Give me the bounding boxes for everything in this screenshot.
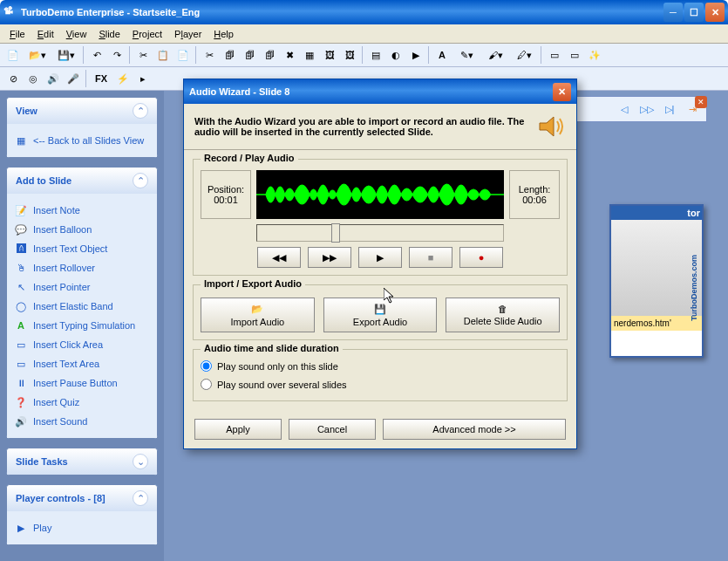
tb-fx-icon[interactable]: FX: [90, 69, 112, 88]
pause-icon: ⏸: [14, 376, 28, 390]
tb-speaker-icon[interactable]: 🔊: [44, 69, 63, 88]
tb-brush-icon[interactable]: 🖌▾: [481, 45, 509, 65]
apply-button[interactable]: Apply: [194, 419, 282, 440]
menu-view[interactable]: View: [60, 26, 93, 42]
delete-audio-button[interactable]: 🗑 Delete Slide Audio: [446, 298, 560, 332]
tb-paste-icon[interactable]: 📄: [173, 45, 193, 65]
tb-sparkle-icon[interactable]: ⚡: [113, 69, 133, 88]
menu-help[interactable]: Help: [208, 26, 240, 42]
menu-slide[interactable]: Slide: [92, 26, 126, 42]
float-close-icon[interactable]: ✕: [695, 96, 707, 108]
minimize-button[interactable]: ─: [663, 3, 683, 22]
thumb-caption: nerdemos.htm': [611, 316, 702, 331]
tb-rec-off-icon[interactable]: ⊘: [3, 69, 23, 88]
tb-dup2-icon[interactable]: 🗐: [260, 45, 279, 65]
tb-dup-icon[interactable]: 🗐: [220, 45, 239, 65]
insert-sound-link[interactable]: 🔊Insert Sound: [14, 412, 150, 431]
tb-mic-icon[interactable]: 🎤: [64, 69, 83, 88]
radio-this-slide-input[interactable]: [201, 360, 212, 372]
back-link-label: <-- Back to all Slides View: [33, 135, 144, 146]
insert-quiz-link[interactable]: ❓Insert Quiz: [14, 393, 150, 412]
tb-del-icon[interactable]: ✖: [280, 45, 299, 65]
cancel-button[interactable]: Cancel: [289, 419, 376, 440]
tb-redo-icon[interactable]: ↷: [107, 45, 126, 65]
length-value: 00:06: [522, 195, 547, 205]
dialog-titlebar[interactable]: Audio Wizard - Slide 8 ✕: [184, 79, 576, 104]
slide-thumbnail[interactable]: tor TurboDemos.com nerdemos.htm': [609, 204, 704, 358]
insert-click-area-link[interactable]: ▭Insert Click Area: [14, 335, 150, 354]
quiz-icon: ❓: [14, 395, 28, 409]
play-link[interactable]: ▶Play: [14, 518, 150, 537]
record-button[interactable]: ●: [459, 247, 503, 268]
tb-image-icon[interactable]: 🖼: [320, 45, 339, 65]
close-button[interactable]: ✕: [705, 3, 725, 22]
tb-copy-icon[interactable]: 📋: [153, 45, 173, 65]
insert-elastic-link[interactable]: ◯Insert Elastic Band: [14, 297, 150, 316]
insert-text-area-link[interactable]: ▭Insert Text Area: [14, 354, 150, 373]
advanced-mode-button[interactable]: Advanced mode >>: [383, 419, 566, 440]
tb-pen-icon[interactable]: ✎▾: [452, 45, 480, 65]
tb-tool1-icon[interactable]: ▤: [366, 45, 385, 65]
panel-view-header[interactable]: View ⌃: [7, 98, 157, 124]
tb-new-icon[interactable]: 📄: [3, 45, 23, 65]
panel-add-header[interactable]: Add to Slide ⌃: [7, 168, 157, 194]
tb-grid-icon[interactable]: ▦: [300, 45, 319, 65]
slider-thumb[interactable]: [331, 223, 340, 243]
menu-project[interactable]: Project: [126, 26, 168, 42]
radio-several-input[interactable]: [201, 379, 212, 390]
player-play-icon[interactable]: ▷▷: [637, 99, 657, 119]
back-to-slides-link[interactable]: ▦ <-- Back to all Slides View: [14, 131, 150, 150]
insert-rollover-link[interactable]: 🖱Insert Rollover: [14, 258, 150, 277]
tb-wizard-icon[interactable]: ✨: [585, 45, 604, 65]
export-audio-button[interactable]: 💾 Export Audio: [323, 298, 438, 332]
menu-edit[interactable]: Edit: [31, 26, 60, 42]
panel-tasks: Slide Tasks ⌄: [6, 448, 158, 475]
tb-save-icon[interactable]: 💾▾: [52, 45, 80, 65]
tb-text-icon[interactable]: A: [432, 45, 452, 65]
tb-undo-icon[interactable]: ↶: [87, 45, 106, 65]
play-icon: ▶: [14, 521, 28, 535]
menu-player[interactable]: Player: [168, 26, 208, 42]
tb-shape-icon[interactable]: ▭: [545, 45, 564, 65]
radio-this-slide[interactable]: Play sound only on this slide: [201, 357, 560, 375]
audio-position-slider[interactable]: [256, 224, 504, 242]
panel-player-header[interactable]: Player controls - [8] ⌃: [7, 485, 157, 511]
insert-pointer-link[interactable]: ↖Insert Pointer: [14, 277, 150, 297]
import-audio-button[interactable]: 📂 Import Audio: [201, 298, 315, 332]
menu-file[interactable]: File: [3, 26, 31, 42]
panel-player: Player controls - [8] ⌃ ▶Play: [6, 484, 158, 545]
tb-tool3-icon[interactable]: ▶: [406, 45, 425, 65]
tb-open-icon[interactable]: 📂▾: [24, 45, 51, 65]
length-box: Length: 00:06: [509, 170, 560, 219]
panel-view: View ⌃ ▦ <-- Back to all Slides View: [6, 97, 158, 158]
insert-pause-link[interactable]: ⏸Insert Pause Button: [14, 373, 150, 393]
insert-typing-link[interactable]: AInsert Typing Simulation: [14, 316, 150, 335]
dialog-close-button[interactable]: ✕: [553, 83, 571, 101]
insert-note-link[interactable]: 📝Insert Note: [14, 201, 150, 220]
tb-paste2-icon[interactable]: 🗐: [240, 45, 259, 65]
panel-tasks-header[interactable]: Slide Tasks ⌄: [7, 448, 157, 475]
radio-several-slides[interactable]: Play sound over several slides: [201, 375, 560, 393]
forward-button[interactable]: ▶▶: [308, 247, 351, 268]
player-next-icon[interactable]: ▷|: [660, 99, 679, 119]
panel-view-title: View: [16, 106, 37, 116]
tb-tool2-icon[interactable]: ◐: [386, 45, 405, 65]
tb-more-icon[interactable]: ▸: [133, 69, 153, 88]
player-prev-icon[interactable]: ◁: [615, 99, 634, 119]
chevron-up-icon: ⌃: [133, 103, 148, 119]
tb-cut2-icon[interactable]: ✂: [200, 45, 219, 65]
insert-balloon-link[interactable]: 💬Insert Balloon: [14, 220, 150, 239]
play-button[interactable]: ▶: [358, 247, 402, 268]
tb-marker-icon[interactable]: 🖊▾: [510, 45, 538, 65]
insert-text-object-link[interactable]: 🅰Insert Text Object: [14, 239, 150, 258]
note-icon: 📝: [14, 203, 28, 217]
menubar: File Edit View Slide Project Player Help: [0, 24, 728, 44]
tb-slide-icon[interactable]: ▭: [565, 45, 584, 65]
tb-picture-icon[interactable]: 🖼: [340, 45, 359, 65]
maximize-button[interactable]: ☐: [684, 3, 704, 22]
save-icon: 💾: [374, 304, 386, 315]
tb-target-icon[interactable]: ◎: [24, 69, 43, 88]
rewind-button[interactable]: ◀◀: [257, 247, 301, 268]
stop-button[interactable]: ■: [409, 247, 452, 268]
tb-cut-icon[interactable]: ✂: [133, 45, 153, 65]
